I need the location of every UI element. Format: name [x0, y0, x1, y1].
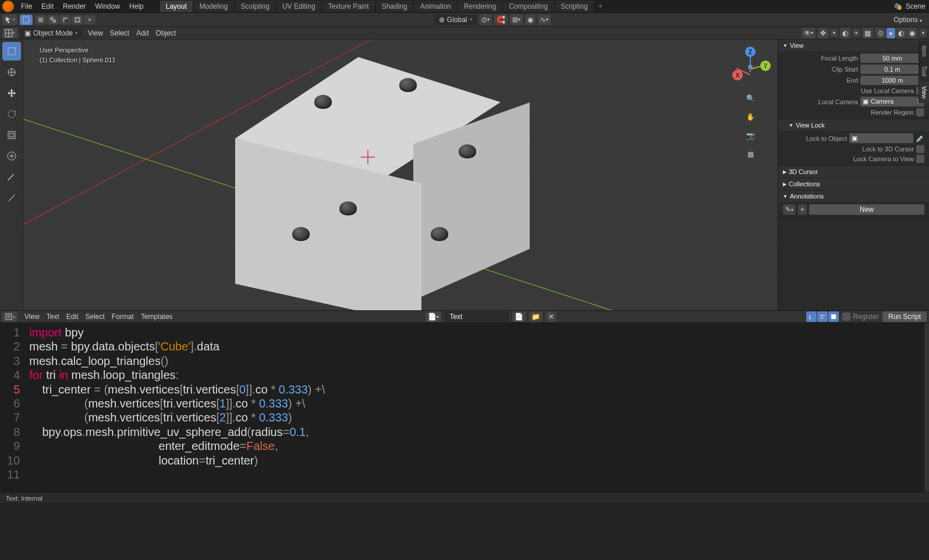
- view-lock-panel-header[interactable]: ▼View Lock: [778, 119, 929, 131]
- text-browse-dropdown[interactable]: 📄▾: [426, 311, 441, 322]
- viewport-menu-view[interactable]: View: [84, 29, 107, 37]
- shading-wireframe[interactable]: ⊙: [875, 28, 886, 38]
- text-menu-edit[interactable]: Edit: [63, 313, 82, 321]
- annotation-data-dropdown[interactable]: ✎▾: [783, 204, 796, 215]
- 3d-viewport[interactable]: User Perspective (1) Collection | Sphere…: [23, 40, 778, 310]
- workspace-tab-rendering[interactable]: Rendering: [458, 1, 502, 12]
- collections-panel-header[interactable]: ▶Collections: [778, 178, 929, 190]
- proportional-toggle[interactable]: ◉: [525, 15, 536, 25]
- sphere-object[interactable]: [292, 227, 310, 241]
- local-camera-field[interactable]: ▣Camera✕: [860, 97, 924, 107]
- shading-material[interactable]: ◐: [896, 28, 906, 38]
- lock-camera-checkbox[interactable]: [916, 155, 924, 163]
- tool-cursor[interactable]: [2, 63, 21, 81]
- 3d-cursor-panel-header[interactable]: ▶3D Cursor: [778, 166, 929, 178]
- select-mode-extend[interactable]: [47, 15, 59, 24]
- workspace-tab-sculpting[interactable]: Sculpting: [235, 1, 275, 12]
- text-editor-type-dropdown[interactable]: ▾: [2, 311, 17, 322]
- scene-selector[interactable]: 🎭 Scene: [893, 2, 929, 10]
- tool-transform[interactable]: [2, 147, 21, 165]
- tool-options-dropdown[interactable]: Options ▾: [889, 16, 927, 24]
- transform-orientation-dropdown[interactable]: ⊕ Global ▾: [434, 15, 477, 25]
- pan-button[interactable]: ✋: [743, 109, 758, 125]
- clip-start-field[interactable]: 0.1 m: [860, 65, 924, 74]
- sphere-object[interactable]: [431, 227, 448, 241]
- workspace-tab-animation[interactable]: Animation: [414, 1, 457, 12]
- syntax-highlight-toggle[interactable]: [828, 311, 839, 322]
- overlays-toggle[interactable]: ◐: [840, 28, 850, 38]
- sphere-object[interactable]: [399, 78, 417, 92]
- select-mode-set[interactable]: [35, 15, 47, 24]
- menu-edit[interactable]: Edit: [37, 1, 58, 12]
- word-wrap-toggle[interactable]: [817, 311, 828, 322]
- zoom-button[interactable]: 🔍: [743, 91, 758, 106]
- viewport-menu-select[interactable]: Select: [107, 29, 133, 37]
- annotation-new-button[interactable]: New: [809, 204, 924, 215]
- proportional-dropdown[interactable]: ∿▾: [538, 15, 551, 25]
- text-menu-text[interactable]: Text: [43, 313, 63, 321]
- n-panel-tab-item[interactable]: Item: [919, 41, 929, 61]
- select-mode-invert[interactable]: [72, 15, 83, 24]
- editor-type-dropdown[interactable]: ▾: [2, 28, 17, 38]
- text-editor[interactable]: 1234567891011 import bpymesh = bpy.data.…: [0, 323, 929, 492]
- text-unlink-button[interactable]: ✕: [546, 311, 556, 322]
- annotation-add-button[interactable]: +: [798, 204, 807, 215]
- eyedropper-icon[interactable]: 💉: [916, 134, 924, 143]
- text-menu-select[interactable]: Select: [82, 313, 108, 321]
- mode-dropdown[interactable]: ▣ Object Mode ▾: [20, 28, 82, 38]
- menu-help[interactable]: Help: [125, 1, 148, 12]
- navigation-gizmo[interactable]: Z Y X: [730, 47, 771, 87]
- text-menu-templates[interactable]: Templates: [137, 313, 176, 321]
- shading-dropdown[interactable]: ▾: [920, 29, 927, 37]
- line-numbers-toggle[interactable]: 1: [806, 311, 817, 322]
- view-panel-header[interactable]: ▼View: [778, 40, 929, 51]
- viewport-menu-object[interactable]: Object: [153, 29, 180, 37]
- tool-annotate[interactable]: [2, 168, 21, 186]
- perspective-toggle-button[interactable]: ▦: [743, 147, 758, 162]
- snap-toggle[interactable]: 🧲: [494, 15, 508, 25]
- select-mode-intersect[interactable]: [84, 15, 95, 24]
- workspace-tab-modeling[interactable]: Modeling: [194, 1, 234, 12]
- code-content[interactable]: import bpymesh = bpy.data.objects['Cube'…: [24, 323, 329, 492]
- tool-rotate[interactable]: [2, 105, 21, 123]
- workspace-tab-layout[interactable]: Layout: [160, 1, 193, 12]
- viewport-menu-add[interactable]: Add: [133, 29, 152, 37]
- run-script-button[interactable]: Run Script: [882, 311, 927, 322]
- workspace-tab-uv-editing[interactable]: UV Editing: [276, 1, 321, 12]
- gizmo-dropdown[interactable]: ▾: [831, 29, 838, 37]
- gizmo-toggle[interactable]: ✥: [818, 28, 828, 38]
- focal-length-field[interactable]: 50 mm: [860, 54, 924, 63]
- view-object-types-dropdown[interactable]: 👁▾: [802, 28, 815, 38]
- tool-move[interactable]: [2, 84, 21, 102]
- tool-scale[interactable]: [2, 126, 21, 144]
- snap-dropdown[interactable]: ⊞▾: [510, 15, 523, 25]
- workspace-tab-compositing[interactable]: Compositing: [503, 1, 554, 12]
- n-panel-tab-tool[interactable]: Tool: [919, 61, 929, 81]
- pivot-dropdown[interactable]: ⊙▾: [479, 15, 492, 25]
- shading-solid[interactable]: ●: [887, 28, 895, 38]
- select-box-button[interactable]: [20, 15, 33, 25]
- menu-window[interactable]: Window: [90, 1, 125, 12]
- annotations-panel-header[interactable]: ▼Annotations: [778, 190, 929, 202]
- register-checkbox[interactable]: [842, 313, 850, 321]
- text-new-button[interactable]: 📄: [512, 311, 526, 322]
- select-mode-subtract[interactable]: [59, 15, 71, 24]
- sphere-object[interactable]: [339, 201, 357, 215]
- camera-view-button[interactable]: 📷: [743, 128, 758, 143]
- text-menu-format[interactable]: Format: [108, 313, 137, 321]
- tool-select-box[interactable]: [2, 42, 21, 61]
- overlays-dropdown[interactable]: ▾: [853, 29, 860, 37]
- cursor-tool-dropdown[interactable]: ▾: [2, 15, 17, 25]
- add-workspace-button[interactable]: +: [594, 1, 607, 12]
- workspace-tab-scripting[interactable]: Scripting: [555, 1, 594, 12]
- shading-rendered[interactable]: ◉: [907, 28, 917, 38]
- menu-file[interactable]: File: [16, 1, 37, 12]
- sphere-object[interactable]: [314, 95, 332, 109]
- text-menu-view[interactable]: View: [21, 313, 43, 321]
- text-name-field[interactable]: Text: [445, 311, 509, 322]
- workspace-tab-shading[interactable]: Shading: [376, 1, 413, 12]
- xray-toggle[interactable]: ▦: [862, 28, 873, 38]
- text-open-button[interactable]: 📁: [529, 311, 542, 322]
- sphere-object[interactable]: [459, 144, 476, 158]
- n-panel-tab-view[interactable]: View: [919, 81, 929, 104]
